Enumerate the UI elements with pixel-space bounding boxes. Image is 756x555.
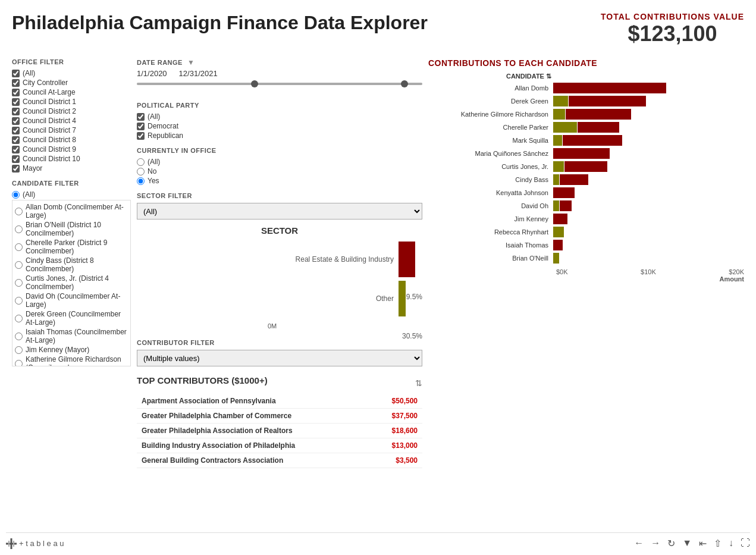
home-icon[interactable]: ⇤ bbox=[699, 538, 707, 549]
office-filter-council-district-8-checkbox[interactable] bbox=[12, 136, 20, 144]
fullscreen-icon[interactable]: ⛶ bbox=[741, 538, 750, 549]
back-icon[interactable]: ← bbox=[634, 538, 644, 549]
office-filter-council-district-4[interactable]: Council District 4 bbox=[12, 117, 131, 125]
in-office-yes-radio[interactable] bbox=[137, 177, 145, 185]
candidate-radio[interactable] bbox=[15, 243, 23, 251]
candidate-radio[interactable] bbox=[15, 315, 23, 322]
candidate-radio[interactable] bbox=[15, 333, 23, 340]
office-filter-mayor-label: Mayor bbox=[23, 164, 42, 173]
bar-olive bbox=[553, 200, 559, 211]
candidate-list-item[interactable]: Isaiah Thomas (Councilmember At-Large) bbox=[15, 328, 128, 344]
bar-dark-red bbox=[564, 161, 607, 172]
share-icon[interactable]: ⇧ bbox=[714, 538, 722, 549]
office-filter-council-district-9-checkbox[interactable] bbox=[12, 146, 20, 153]
candidate-radio[interactable] bbox=[15, 261, 23, 269]
slider-thumb-right[interactable] bbox=[401, 80, 408, 87]
office-filter-council-district-10[interactable]: Council District 10 bbox=[12, 155, 131, 163]
candidate-list-item[interactable]: David Oh (Councilmember At-Large) bbox=[15, 292, 128, 309]
candidate-radio[interactable] bbox=[15, 360, 23, 367]
office-filter-council-at-large-checkbox[interactable] bbox=[12, 89, 20, 96]
in-office-no-radio[interactable] bbox=[137, 168, 145, 175]
funnel-icon[interactable]: ▼ bbox=[187, 58, 195, 67]
svg-rect-2 bbox=[8, 541, 10, 547]
candidate-label: David Oh (Councilmember At-Large) bbox=[26, 292, 128, 309]
candidate-filter-all-label: (All) bbox=[23, 190, 35, 199]
contrib-name: Building Industry Association of Philade… bbox=[137, 438, 372, 453]
sector-filter-dropdown[interactable]: (All) bbox=[137, 203, 422, 220]
candidate-radio[interactable] bbox=[15, 279, 23, 287]
candidate-radio[interactable] bbox=[15, 346, 23, 354]
contributor-filter-dropdown[interactable]: (Multiple values) bbox=[137, 350, 422, 366]
office-filter-mayor[interactable]: Mayor bbox=[12, 164, 131, 173]
contrib-amount: $50,500 bbox=[372, 394, 422, 409]
candidate-filter-title: CANDIDATE FILTER bbox=[12, 180, 131, 187]
slider-thumb-left[interactable] bbox=[251, 80, 258, 87]
party-democrat[interactable]: Democrat bbox=[137, 122, 422, 130]
candidate-name: Derek Green bbox=[428, 98, 553, 105]
sort-icon[interactable]: ⇅ bbox=[546, 73, 551, 80]
x-axis-label-row: Amount bbox=[428, 275, 744, 283]
office-filter-all-checkbox[interactable] bbox=[12, 70, 20, 77]
sector-bar-row-1: Real Estate & Building Industry 69.5% bbox=[268, 242, 422, 277]
candidate-list-item[interactable]: Cherelle Parker (District 9 Concilmember… bbox=[15, 239, 128, 255]
office-filter-council-district-7[interactable]: Council District 7 bbox=[12, 126, 131, 134]
party-republican[interactable]: Republican bbox=[137, 131, 422, 140]
date-start[interactable]: 1/1/2020 bbox=[137, 69, 167, 78]
left-panel: OFFICE FILTER (All) City Controller Coun… bbox=[12, 58, 131, 548]
total-contributions-label: TOTAL CONTRIBUTIONS VALUE bbox=[601, 12, 744, 21]
sort-icon[interactable]: ⇅ bbox=[415, 378, 422, 388]
candidate-radio[interactable] bbox=[15, 208, 23, 215]
candidate-list-item[interactable]: Jim Kenney (Mayor) bbox=[15, 346, 128, 354]
office-filter-council-district-10-label: Council District 10 bbox=[23, 155, 80, 163]
candidate-radio[interactable] bbox=[15, 225, 23, 233]
office-filter-city-controller[interactable]: City Controller bbox=[12, 79, 131, 87]
office-filter-council-district-8[interactable]: Council District 8 bbox=[12, 136, 131, 144]
sector-chart: SECTOR Real Estate & Building Industry 6… bbox=[137, 225, 422, 330]
candidate-list-item[interactable]: Katherine Gilmore Richardson (Councilmem… bbox=[15, 355, 128, 366]
in-office-yes[interactable]: Yes bbox=[137, 177, 422, 185]
refresh-icon[interactable]: ↻ bbox=[667, 538, 675, 549]
candidate-list-item[interactable]: Curtis Jones, Jr. (District 4 Concilmemb… bbox=[15, 274, 128, 291]
office-filter-council-district-1-checkbox[interactable] bbox=[12, 98, 20, 106]
candidate-list-item[interactable]: Allan Domb (Concilmember At-Large) bbox=[15, 203, 128, 220]
office-filter-all[interactable]: (All) bbox=[12, 69, 131, 77]
in-office-all-radio[interactable] bbox=[137, 158, 145, 166]
office-filter-section: OFFICE FILTER (All) City Controller Coun… bbox=[12, 58, 131, 173]
candidate-name: Allan Domb bbox=[428, 84, 553, 92]
contrib-name: Greater Philadelphia Association of Real… bbox=[137, 424, 372, 438]
candidate-filter-all-radio[interactable] bbox=[12, 191, 20, 199]
party-democrat-checkbox[interactable] bbox=[137, 123, 145, 130]
office-filter-council-district-9[interactable]: Council District 9 bbox=[12, 145, 131, 153]
candidate-list-item[interactable]: Brian O'Neill (District 10 Concilmember) bbox=[15, 221, 128, 237]
candidate-list-item[interactable]: Cindy Bass (District 8 Concilmember) bbox=[15, 256, 128, 273]
office-filter-council-at-large[interactable]: Council At-Large bbox=[12, 88, 131, 96]
in-office-no[interactable]: No bbox=[137, 167, 422, 175]
candidate-radio[interactable] bbox=[15, 297, 23, 305]
forward-icon[interactable]: → bbox=[651, 538, 660, 549]
office-filter-council-district-10-checkbox[interactable] bbox=[12, 155, 20, 163]
office-filter-council-district-2-checkbox[interactable] bbox=[12, 108, 20, 115]
office-filter-council-district-1[interactable]: Council District 1 bbox=[12, 98, 131, 106]
date-range-slider[interactable] bbox=[137, 83, 422, 95]
dropdown-icon[interactable]: ▼ bbox=[682, 538, 692, 549]
contributor-filter-section: CONTRIBUTOR FILTER (Multiple values) bbox=[137, 339, 422, 366]
office-filter-council-district-7-checkbox[interactable] bbox=[12, 127, 20, 134]
office-filter-council-district-4-checkbox[interactable] bbox=[12, 117, 20, 125]
candidate-list-item[interactable]: Derek Green (Councilmember At-Large) bbox=[15, 310, 128, 327]
office-filter-council-district-2[interactable]: Council District 2 bbox=[12, 107, 131, 115]
candidate-name: Cherelle Parker bbox=[428, 124, 553, 131]
party-all-checkbox[interactable] bbox=[137, 113, 145, 121]
download-icon[interactable]: ↓ bbox=[729, 538, 733, 549]
office-filter-city-controller-checkbox[interactable] bbox=[12, 79, 20, 87]
candidate-filter-all[interactable]: (All) bbox=[12, 190, 131, 199]
date-end[interactable]: 12/31/2021 bbox=[179, 69, 218, 78]
office-filter-mayor-checkbox[interactable] bbox=[12, 165, 20, 173]
in-office-all[interactable]: (All) bbox=[137, 158, 422, 166]
candidate-chart-header: CANDIDATE ⇅ bbox=[428, 73, 744, 80]
party-all[interactable]: (All) bbox=[137, 112, 422, 121]
middle-panel: DATE RANGE ▼ 1/1/2020 12/31/2021 P bbox=[137, 58, 422, 548]
party-republican-checkbox[interactable] bbox=[137, 132, 145, 140]
contributor-filter-title: CONTRIBUTOR FILTER bbox=[137, 339, 422, 346]
in-office-no-label: No bbox=[148, 167, 156, 175]
candidate-list[interactable]: Allan Domb (Concilmember At-Large) Brian… bbox=[12, 200, 131, 366]
